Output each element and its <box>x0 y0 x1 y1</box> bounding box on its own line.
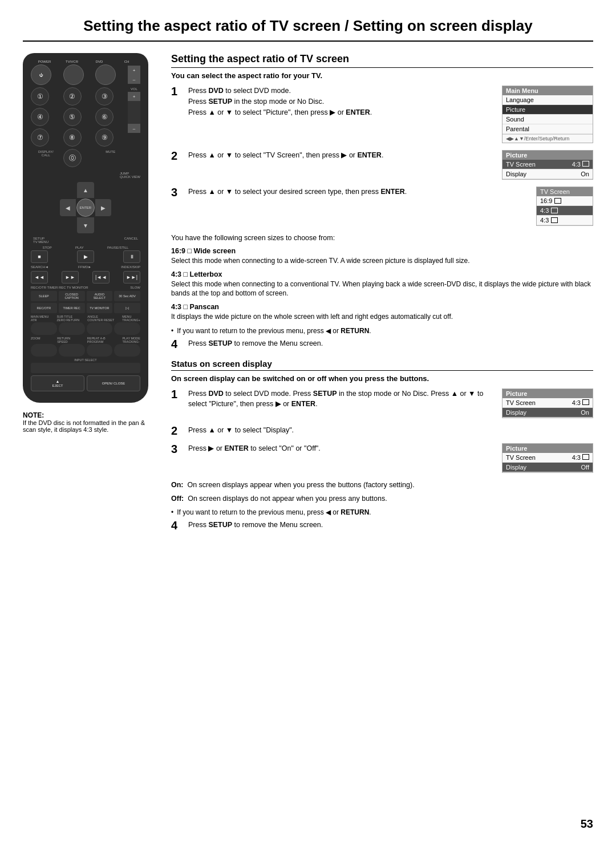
ch-down-button[interactable]: – <box>128 75 140 84</box>
tvscreen-label: TV Screen <box>506 161 536 168</box>
option-169-label: 16:9 <box>540 197 552 204</box>
eject-button[interactable]: ▲ EJECT <box>31 375 84 391</box>
ffwd-button[interactable]: ►► <box>62 271 79 284</box>
step3-number: 3 <box>171 187 183 198</box>
play-mode-button[interactable] <box>114 344 140 357</box>
rew-button[interactable]: ◄◄ <box>31 271 48 284</box>
num-6-button[interactable]: ⑥ <box>95 108 114 126</box>
input-select-button[interactable] <box>31 363 140 373</box>
num-3-button[interactable]: ③ <box>95 87 114 106</box>
dpad-up-button[interactable]: ▲ <box>77 182 94 198</box>
angle-label: ANGLECOUNTER RESET <box>87 315 114 322</box>
s2-display-value: On <box>581 409 589 416</box>
return-speed-label: RETURNSPEED <box>57 337 70 343</box>
num-2-button[interactable]: ② <box>63 87 82 106</box>
power-button[interactable]: ⏻ <box>31 64 51 85</box>
menu-button[interactable] <box>114 322 140 335</box>
vol-down-button[interactable]: – <box>128 124 140 133</box>
dpad-right-button[interactable]: ▶ <box>95 199 111 216</box>
zoom-label: ZOOM <box>31 337 40 343</box>
repeat-ab-label: REPEAT A-BPROGRAM <box>87 337 106 343</box>
timer-rec-button[interactable]: TIMER REC <box>59 303 85 313</box>
enter-button[interactable]: ENTER <box>76 199 95 217</box>
num-9-button[interactable]: ⑨ <box>95 128 114 147</box>
tv-monitor-button[interactable]: TV MONITOR <box>87 303 113 313</box>
sleep-button[interactable]: SLEEP <box>31 291 57 301</box>
setup-keyword-1: SETUP <box>208 98 232 106</box>
s2-tvscreen-checkbox-2 <box>582 454 589 460</box>
prev-button[interactable]: |◄◄ <box>92 271 110 284</box>
num-7-button[interactable]: ⑦ <box>31 128 49 147</box>
dvd-keyword-1: DVD <box>208 87 223 95</box>
following-text: You have the following screen sizes to c… <box>171 233 593 244</box>
s2-step3-content: Press ▶ or ENTER to select "On" or "Off"… <box>188 443 496 454</box>
eject-label: EJECT <box>52 384 63 387</box>
jump-label-row: JUMPQUICK VIEW <box>31 172 140 179</box>
slow-button[interactable]: ▷| <box>114 303 140 313</box>
dvd-keyword-s2: DVD <box>208 390 223 398</box>
ch-col: + – <box>128 66 140 84</box>
option-43-letterbox-title: 4:3 □ Letterbox <box>171 270 593 278</box>
menu-item-language: Language <box>502 95 593 105</box>
pause-button[interactable]: ⏸ <box>123 250 140 263</box>
zoom-button[interactable] <box>31 344 57 357</box>
section2-bullet1-text: If you want to return to the previous me… <box>177 508 371 517</box>
s2-display-label-off: Display <box>506 464 526 471</box>
mute-label-remote: MUTE <box>95 149 125 167</box>
stop-button[interactable]: ■ <box>31 250 48 263</box>
s2-step3-menu-image: Picture TV Screen 4:3 Display Off <box>502 443 593 473</box>
num-5-button[interactable]: ⑤ <box>63 108 82 126</box>
s2-step4-row: 4 Press SETUP to remove the Menu screen. <box>171 520 593 531</box>
30sec-adv-button[interactable]: 30 Sec ADV <box>114 291 140 301</box>
dpad-down-button[interactable]: ▼ <box>77 217 94 233</box>
audio-select-button[interactable]: AUDIOSELECT <box>87 291 113 301</box>
angle-button[interactable] <box>87 322 113 335</box>
open-close-button[interactable]: OPEN/ CLOSE <box>87 375 140 391</box>
option-43-letterbox: 4:3 <box>537 206 593 216</box>
num-1-button[interactable]: ① <box>31 87 49 106</box>
sub-title-button[interactable] <box>59 322 85 335</box>
tvscreen-row: TV Screen 4:3 <box>502 160 593 169</box>
option-169-checkbox <box>554 198 561 204</box>
s2-tvscreen-row: TV Screen 4:3 <box>502 398 593 408</box>
note-text: If the DVD disc is not formatted in the … <box>23 419 160 433</box>
dpad-area: ▲ ▼ ◀ ▶ ENTER <box>31 182 140 233</box>
page-container: Setting the aspect ratio of TV screen / … <box>0 0 616 842</box>
dvd-button[interactable] <box>95 64 116 85</box>
s2-step3-number: 3 <box>171 443 183 455</box>
sub-title-label: SUB TITLEZERO RETURN <box>57 315 80 322</box>
eject-open-row: ▲ EJECT OPEN/ CLOSE <box>31 375 140 391</box>
return-button[interactable] <box>59 344 85 357</box>
step2-content: Press ▲ or ▼ to select "TV Screen", then… <box>188 150 496 161</box>
step1-content: Press DVD to select DVD mode. Press SETU… <box>188 86 496 118</box>
menu-item-picture: Picture <box>502 105 593 115</box>
setup-keyword-4: SETUP <box>208 339 232 347</box>
s2-step1-menu-image: Picture TV Screen 4:3 Display On <box>502 388 593 418</box>
tvvcr-button[interactable] <box>63 64 84 85</box>
num-8-button[interactable]: ⑧ <box>63 128 82 147</box>
rec-otr-button[interactable]: REC/OTR <box>31 303 57 313</box>
play-label: PLAY <box>75 246 84 249</box>
off-desc: Off: On screen displays do not appear wh… <box>171 493 593 504</box>
vol-up-button[interactable]: + <box>128 92 140 101</box>
search-row: SEARCH◄ FFWD► INDEX/SKIP <box>31 265 140 269</box>
main-menu-atr-label: MAIN MENUATR <box>31 315 48 322</box>
setup-tv-menu-label: SETUPTV MENU <box>33 237 48 244</box>
play-button[interactable]: ▶ <box>77 250 94 263</box>
dvd-label: DVD <box>88 60 111 63</box>
dpad-left-button[interactable]: ◀ <box>60 199 76 216</box>
index-skip-label: INDEX/SKIP <box>121 265 140 269</box>
s2-display-row: Display On <box>502 408 593 418</box>
bottom-btn-grid <box>31 322 140 335</box>
num-4-button[interactable]: ④ <box>31 108 49 126</box>
num-0-button[interactable]: ⓪ <box>63 149 82 167</box>
repeat-ab-button[interactable] <box>87 344 113 357</box>
closed-caption-button[interactable]: CLOSEDCAPTION <box>59 291 85 301</box>
main-menu-button[interactable] <box>31 322 57 335</box>
s2-step4-content: Press SETUP to remove the Menu screen. <box>188 520 593 531</box>
next-button[interactable]: ►►| <box>123 271 140 284</box>
s2-step1-content: Press DVD to select DVD mode. Press SETU… <box>188 388 496 410</box>
small-btn-grid-1: SLEEP CLOSEDCAPTION AUDIOSELECT 30 Sec A… <box>31 291 140 301</box>
ch-up-button[interactable]: + <box>128 66 140 75</box>
option-169-desc: Select this mode when connecting to a wi… <box>171 256 593 266</box>
